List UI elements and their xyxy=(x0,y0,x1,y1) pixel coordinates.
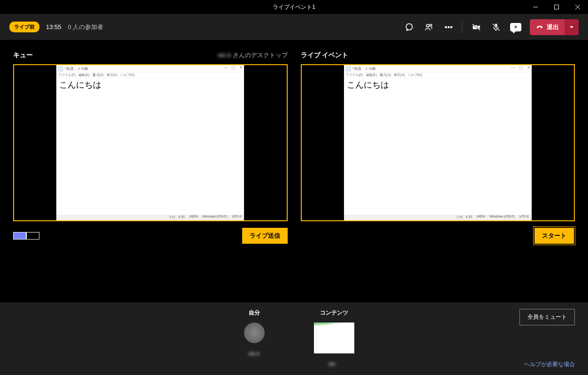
svg-point-9 xyxy=(451,26,452,28)
queue-title: キュー xyxy=(13,51,33,60)
mic-off-icon[interactable] xyxy=(487,18,505,37)
help-link[interactable]: ヘルプが必要な場合 xyxy=(524,360,575,368)
notepad-window-live: *無題 - メモ帳 —▢✕ ファイル(F)編集(E)書式(O)表示(V)ヘルプ(… xyxy=(344,65,532,220)
window-title: ライブイベント1 xyxy=(273,3,315,11)
more-options-icon[interactable] xyxy=(439,18,458,37)
leave-button-label: 退出 xyxy=(547,23,559,31)
layout-swatch-active[interactable] xyxy=(13,232,26,240)
queue-panel: キュー ■■ ■さんのデスクトップ *無題 - メモ帳 —▢✕ ファイル(F)編… xyxy=(13,49,288,293)
notepad-statusbar: 1 行、6 列240%Windows (CRLF)UTF-8 xyxy=(56,215,244,220)
svg-point-4 xyxy=(406,23,412,30)
content-label: コンテンツ xyxy=(320,309,348,317)
window-minimize-button[interactable] xyxy=(525,0,546,14)
leave-options-button[interactable] xyxy=(565,19,579,35)
layout-swatches xyxy=(13,232,39,240)
mute-all-button[interactable]: 全員をミュート xyxy=(519,309,575,325)
svg-point-8 xyxy=(448,26,450,28)
live-preview[interactable]: *無題 - メモ帳 —▢✕ ファイル(F)編集(E)書式(O)表示(V)ヘルプ(… xyxy=(301,64,575,221)
window-titlebar: ライブイベント1 xyxy=(0,0,588,14)
layout-swatch-alt[interactable] xyxy=(26,232,39,240)
notepad-content: こんにちは xyxy=(56,78,244,215)
send-live-button[interactable]: ライブ送信 xyxy=(242,228,288,244)
svg-point-5 xyxy=(427,24,429,27)
leave-button[interactable]: 退出 xyxy=(530,19,565,35)
content-tray: 自分 ■■ ■ コンテンツ ... ■■... 全員をミュート ヘルプが必要な場… xyxy=(0,302,588,375)
camera-off-icon[interactable] xyxy=(467,18,486,37)
queue-source-label: ■■ ■さんのデスクトップ xyxy=(218,51,287,60)
stage-area: キュー ■■ ■さんのデスクトップ *無題 - メモ帳 —▢✕ ファイル(F)編… xyxy=(0,40,588,302)
toolbar-divider xyxy=(462,21,462,34)
live-panel: ライブ イベント *無題 - メモ帳 —▢✕ ファイル(F)編集(E)書式(O)… xyxy=(301,49,575,293)
meeting-timer: 13:55 xyxy=(46,23,61,30)
svg-rect-1 xyxy=(554,5,558,9)
self-name: ■■ ■ xyxy=(249,351,260,356)
meeting-toolbar: ライブ前 13:55 0 人の参加者 × 退出 xyxy=(0,14,588,40)
captions-button[interactable]: × xyxy=(506,18,525,37)
window-close-button[interactable] xyxy=(567,0,588,14)
participant-count: 0 人の参加者 xyxy=(68,23,104,31)
avatar xyxy=(244,322,265,343)
content-name: ■■... xyxy=(328,361,339,367)
content-tile[interactable]: コンテンツ ... ■■... xyxy=(311,309,358,367)
self-label: 自分 xyxy=(249,309,260,317)
notepad-window: *無題 - メモ帳 —▢✕ ファイル(F)編集(E)書式(O)表示(V)ヘルプ(… xyxy=(56,65,244,220)
notepad-menu: ファイル(F)編集(E)書式(O)表示(V)ヘルプ(H) xyxy=(56,73,244,78)
svg-point-6 xyxy=(430,24,432,26)
self-tile[interactable]: 自分 ■■ ■ xyxy=(231,309,278,367)
start-button[interactable]: スタート xyxy=(534,227,575,245)
live-status-pill: ライブ前 xyxy=(9,22,39,32)
queue-preview[interactable]: *無題 - メモ帳 —▢✕ ファイル(F)編集(E)書式(O)表示(V)ヘルプ(… xyxy=(13,64,288,221)
svg-point-7 xyxy=(445,26,447,28)
chat-icon[interactable] xyxy=(400,18,419,37)
people-icon[interactable] xyxy=(420,18,438,37)
window-maximize-button[interactable] xyxy=(546,0,567,14)
content-thumbnail: ... xyxy=(314,322,354,353)
notepad-title: *無題 - メモ帳 xyxy=(65,66,88,71)
live-title: ライブ イベント xyxy=(301,51,349,60)
